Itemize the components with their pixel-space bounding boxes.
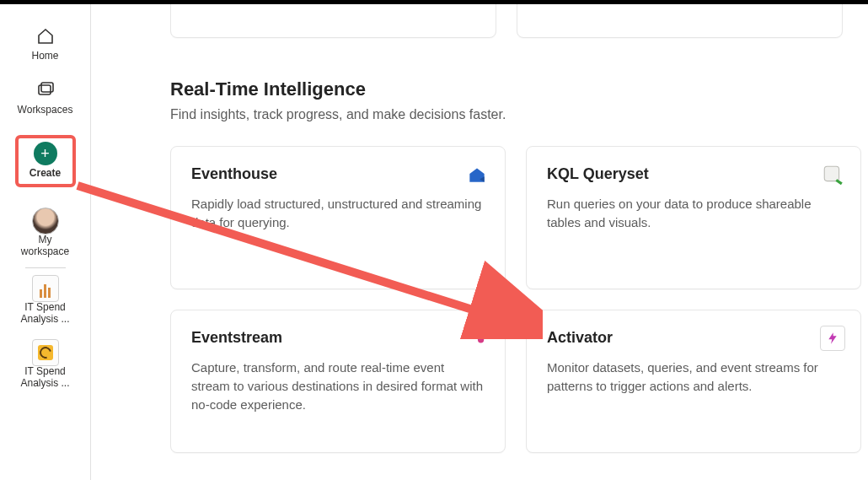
card-grid: Eventhouse Rapidly load structured, unst… — [170, 146, 843, 453]
card-kql-desc: Run queries on your data to produce shar… — [547, 195, 840, 232]
report-bar-icon — [32, 275, 59, 302]
card-eventstream[interactable]: Eventstream Capture, transform, and rout… — [170, 310, 506, 453]
card-activator[interactable]: Activator Monitor datasets, queries, and… — [526, 310, 861, 453]
activator-icon — [820, 326, 845, 351]
nav-recent-1-label: IT Spend Analysis ... — [20, 302, 69, 326]
nav-create-label: Create — [29, 167, 61, 179]
sidebar-divider — [25, 267, 66, 268]
card-partial-right[interactable]: efficiency across the organization. — [517, 4, 843, 38]
report-gauge-icon — [32, 339, 59, 366]
create-highlight-box: + Create — [15, 135, 76, 187]
avatar-icon — [32, 208, 59, 235]
section-subtitle: Find insights, track progress, and make … — [170, 107, 843, 122]
nav-recent-2-label: IT Spend Analysis ... — [20, 366, 69, 390]
card-partial-left[interactable]: and analytics. — [170, 4, 496, 38]
eventstream-icon — [464, 326, 490, 351]
main-content: and analytics. efficiency across the org… — [91, 4, 868, 480]
section-title: Real-Time Intelligence — [170, 78, 843, 100]
nav-workspaces[interactable]: Workspaces — [0, 73, 90, 121]
svg-point-3 — [478, 337, 484, 342]
nav-home[interactable]: Home — [0, 19, 90, 67]
svg-rect-0 — [39, 85, 51, 94]
plus-icon: + — [34, 142, 57, 165]
home-icon — [34, 24, 57, 48]
nav-home-label: Home — [31, 50, 58, 62]
left-sidebar: Home Workspaces + Create My workspace IT… — [0, 4, 91, 480]
partial-card-row: and analytics. efficiency across the org… — [170, 4, 843, 38]
card-activator-desc: Monitor datasets, queries, and event str… — [547, 359, 840, 396]
card-kql-title: KQL Queryset — [547, 165, 840, 183]
nav-my-workspace-label: My workspace — [21, 235, 69, 258]
card-eventhouse-title: Eventhouse — [191, 165, 485, 183]
card-eventstream-title: Eventstream — [191, 329, 485, 347]
card-eventstream-desc: Capture, transform, and route real-time … — [191, 359, 485, 413]
nav-workspaces-label: Workspaces — [18, 104, 73, 116]
svg-rect-2 — [824, 166, 839, 181]
svg-rect-1 — [41, 83, 53, 92]
card-eventhouse[interactable]: Eventhouse Rapidly load structured, unst… — [170, 146, 506, 289]
nav-my-workspace[interactable]: My workspace — [0, 202, 90, 263]
card-kql-queryset[interactable]: KQL Queryset Run queries on your data to… — [526, 146, 861, 289]
nav-create[interactable]: + Create — [0, 130, 90, 192]
card-eventhouse-desc: Rapidly load structured, unstructured an… — [191, 195, 485, 232]
queryset-icon — [820, 162, 845, 187]
nav-recent-1[interactable]: IT Spend Analysis ... — [0, 270, 90, 331]
nav-recent-2[interactable]: IT Spend Analysis ... — [0, 334, 90, 395]
eventhouse-icon — [464, 162, 490, 187]
workspaces-icon — [34, 78, 57, 102]
section-header: Real-Time Intelligence Find insights, tr… — [170, 78, 843, 122]
card-activator-title: Activator — [547, 329, 840, 347]
